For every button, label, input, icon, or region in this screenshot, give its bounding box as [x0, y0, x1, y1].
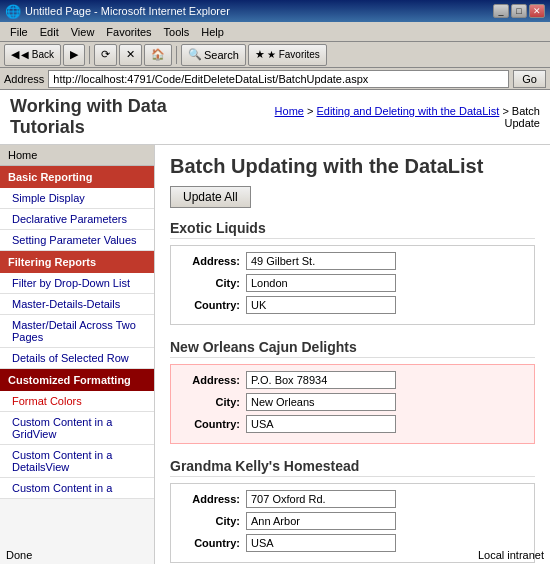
search-button[interactable]: 🔍 Search	[181, 44, 246, 66]
sidebar-item-master-details[interactable]: Master-Details-Details	[0, 294, 154, 315]
search-icon: 🔍	[188, 48, 202, 61]
page-header: Working with Data Tutorials Home > Editi…	[0, 90, 550, 145]
sidebar-item-declarative-params[interactable]: Declarative Parameters	[0, 209, 154, 230]
home-icon: 🏠	[151, 48, 165, 61]
city-input-1[interactable]	[246, 393, 396, 411]
company-block-exotic-liquids: Exotic Liquids Address: City: Country:	[170, 220, 535, 325]
menu-help[interactable]: Help	[195, 24, 230, 40]
address-row-0: Address:	[181, 252, 524, 270]
country-row-0: Country:	[181, 296, 524, 314]
breadcrumb-sep-2: >	[502, 105, 511, 117]
window-title: Untitled Page - Microsoft Internet Explo…	[25, 5, 230, 17]
city-label-2: City:	[181, 515, 246, 527]
forward-icon: ▶	[70, 48, 78, 61]
address-label-1: Address:	[181, 374, 246, 386]
ie-icon: 🌐	[5, 4, 21, 19]
city-input-2[interactable]	[246, 512, 396, 530]
country-row-1: Country:	[181, 415, 524, 433]
browser-content-wrapper: Working with Data Tutorials Home > Editi…	[0, 90, 550, 544]
country-label-2: Country:	[181, 537, 246, 549]
company-name-grandma-kellys: Grandma Kelly's Homestead	[170, 458, 535, 477]
addressbar: Address Go	[0, 68, 550, 90]
address-input-0[interactable]	[246, 252, 396, 270]
sidebar-section-filtering: Filtering Reports	[0, 251, 154, 273]
address-row-1: Address:	[181, 371, 524, 389]
address-label: Address	[4, 73, 44, 85]
refresh-icon: ⟳	[101, 48, 110, 61]
country-input-2[interactable]	[246, 534, 396, 552]
stop-button[interactable]: ✕	[119, 44, 142, 66]
forward-button[interactable]: ▶	[63, 44, 85, 66]
minimize-button[interactable]: _	[493, 4, 509, 18]
sidebar-section-customized: Customized Formatting	[0, 369, 154, 391]
sidebar-item-custom-detailsview[interactable]: Custom Content in a DetailsView	[0, 445, 154, 478]
company-block-new-orleans: New Orleans Cajun Delights Address: City…	[170, 339, 535, 444]
go-button[interactable]: Go	[513, 70, 546, 88]
company-form-exotic-liquids: Address: City: Country:	[170, 245, 535, 325]
company-name-new-orleans: New Orleans Cajun Delights	[170, 339, 535, 358]
sidebar-item-simple-display[interactable]: Simple Display	[0, 188, 154, 209]
title-left: 🌐 Untitled Page - Microsoft Internet Exp…	[5, 4, 230, 19]
toolbar-separator-1	[89, 46, 90, 64]
zone-text: Local intranet	[478, 549, 544, 561]
city-row-1: City:	[181, 393, 524, 411]
address-label-0: Address:	[181, 255, 246, 267]
maximize-button[interactable]: □	[511, 4, 527, 18]
favorites-button[interactable]: ★ ★ Favorites	[248, 44, 327, 66]
titlebar: 🌐 Untitled Page - Microsoft Internet Exp…	[0, 0, 550, 22]
sidebar: Home Basic Reporting Simple Display Decl…	[0, 145, 155, 564]
sidebar-item-home[interactable]: Home	[0, 145, 154, 166]
sidebar-item-custom-gridview[interactable]: Custom Content in a GridView	[0, 412, 154, 445]
menubar: File Edit View Favorites Tools Help	[0, 22, 550, 42]
country-label-0: Country:	[181, 299, 246, 311]
main-area: Home Basic Reporting Simple Display Decl…	[0, 145, 550, 564]
toolbar-separator-2	[176, 46, 177, 64]
country-input-0[interactable]	[246, 296, 396, 314]
window-controls: _ □ ✕	[493, 4, 545, 18]
address-label-2: Address:	[181, 493, 246, 505]
city-row-2: City:	[181, 512, 524, 530]
back-icon: ◀	[11, 48, 19, 61]
sidebar-section-basic-reporting: Basic Reporting	[0, 166, 154, 188]
close-button[interactable]: ✕	[529, 4, 545, 18]
sidebar-item-filter-dropdown[interactable]: Filter by Drop-Down List	[0, 273, 154, 294]
status-text: Done	[6, 549, 32, 561]
address-input[interactable]	[48, 70, 509, 88]
menu-file[interactable]: File	[4, 24, 34, 40]
site-title: Working with Data Tutorials	[10, 96, 242, 138]
stop-icon: ✕	[126, 48, 135, 61]
city-input-0[interactable]	[246, 274, 396, 292]
home-button[interactable]: 🏠	[144, 44, 172, 66]
update-all-button[interactable]: Update All	[170, 186, 251, 208]
menu-tools[interactable]: Tools	[158, 24, 196, 40]
menu-favorites[interactable]: Favorites	[100, 24, 157, 40]
toolbar: ◀ ◀ Back ▶ ⟳ ✕ 🏠 🔍 Search ★ ★ Favorites	[0, 42, 550, 68]
sidebar-item-setting-param[interactable]: Setting Parameter Values	[0, 230, 154, 251]
city-label-0: City:	[181, 277, 246, 289]
city-row-0: City:	[181, 274, 524, 292]
city-label-1: City:	[181, 396, 246, 408]
favorites-icon: ★	[255, 48, 265, 61]
country-label-1: Country:	[181, 418, 246, 430]
address-row-2: Address:	[181, 490, 524, 508]
sidebar-item-format-colors[interactable]: Format Colors	[0, 391, 154, 412]
company-name-exotic-liquids: Exotic Liquids	[170, 220, 535, 239]
sidebar-item-details-selected[interactable]: Details of Selected Row	[0, 348, 154, 369]
country-row-2: Country:	[181, 534, 524, 552]
page-title: Batch Updating with the DataList	[170, 155, 535, 178]
sidebar-item-master-detail-two[interactable]: Master/Detail Across Two Pages	[0, 315, 154, 348]
address-input-1[interactable]	[246, 371, 396, 389]
refresh-button[interactable]: ⟳	[94, 44, 117, 66]
breadcrumb-section[interactable]: Editing and Deleting with the DataList	[316, 105, 499, 117]
breadcrumb-home[interactable]: Home	[275, 105, 304, 117]
company-form-new-orleans: Address: City: Country:	[170, 364, 535, 444]
company-block-grandma-kellys: Grandma Kelly's Homestead Address: City:…	[170, 458, 535, 563]
menu-edit[interactable]: Edit	[34, 24, 65, 40]
back-button[interactable]: ◀ ◀ Back	[4, 44, 61, 66]
sidebar-item-custom-3[interactable]: Custom Content in a	[0, 478, 154, 499]
breadcrumb: Home > Editing and Deleting with the Dat…	[242, 105, 540, 129]
country-input-1[interactable]	[246, 415, 396, 433]
menu-view[interactable]: View	[65, 24, 101, 40]
main-content: Batch Updating with the DataList Update …	[155, 145, 550, 564]
address-input-2[interactable]	[246, 490, 396, 508]
